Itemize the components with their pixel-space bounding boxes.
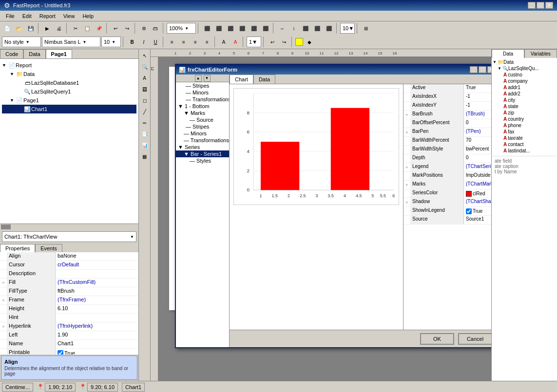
highlight-button[interactable]: A	[218, 37, 229, 47]
align-top-button[interactable]: ⬛	[237, 23, 248, 34]
redo-button[interactable]: ↪	[122, 23, 133, 34]
right-tree-taxrate[interactable]: A taxrate	[493, 135, 556, 141]
new-button[interactable]: 📄	[2, 23, 13, 34]
expand-query-icon[interactable]: ▼	[498, 66, 502, 71]
dialog-minimize-button[interactable]: _	[470, 66, 478, 73]
dlg-tree-stripes1[interactable]: — Stripes	[176, 82, 229, 89]
right-tree-addr1[interactable]: A addr1	[493, 84, 556, 91]
ok-button[interactable]: OK	[420, 333, 454, 345]
menu-help[interactable]: Help	[78, 12, 97, 20]
space-v-button[interactable]: ⬛	[312, 23, 323, 34]
width-button[interactable]: ↔	[277, 23, 288, 34]
save-button[interactable]: 💾	[25, 23, 36, 34]
hscroll-thumb[interactable]	[1, 224, 11, 229]
preview-button[interactable]: ▶	[42, 23, 53, 34]
text-align-center-button[interactable]: ≡	[178, 37, 189, 47]
right-tree-city[interactable]: A city	[493, 97, 556, 103]
height-button[interactable]: ↕	[288, 23, 299, 34]
center-page-button[interactable]: ⬛	[324, 23, 334, 34]
dlg-tree-source1[interactable]: — Source	[176, 116, 229, 123]
align-bottom-button[interactable]: ⬛	[260, 23, 271, 34]
dlg-tab-data[interactable]: Data	[253, 75, 275, 84]
text-color-button[interactable]: A	[230, 37, 241, 47]
font-size-dropdown[interactable]: 10 ▼	[101, 37, 121, 47]
expand-data-icon[interactable]: ▼	[10, 72, 16, 76]
component-selector[interactable]: Chart1: TfrxChartView ▼	[2, 231, 136, 242]
right-tree-company[interactable]: A company	[493, 78, 556, 84]
scroll-up-button[interactable]: ▲	[195, 75, 202, 82]
tab-data[interactable]: Data	[23, 49, 45, 58]
chart-editor-dialog[interactable]: 📊 frxChartEditorForm _ □ ✕	[175, 64, 491, 348]
right-tree-custno[interactable]: A custno	[493, 72, 556, 78]
picture-tool-button[interactable]: 🖼	[139, 84, 150, 94]
right-tree-data[interactable]: ▼ 📁 Data	[493, 59, 556, 65]
tree-item-report[interactable]: ▼ 📄 Report	[2, 61, 136, 70]
undo-button[interactable]: ↩	[110, 23, 121, 34]
dlg-tree-1bottom[interactable]: ▼ 1 - Bottom	[176, 103, 229, 110]
tab-page1[interactable]: Page1	[46, 49, 72, 58]
tab-code[interactable]: Code	[0, 49, 23, 58]
print-button[interactable]: 🖨	[54, 23, 64, 34]
tree-item-data[interactable]: ▼ 📁 Data	[2, 70, 136, 78]
cut-button[interactable]: ✂	[70, 23, 81, 34]
minimize-button[interactable]: _	[528, 2, 536, 9]
align-right-button[interactable]: ⬛	[225, 23, 236, 34]
right-tree-addr2[interactable]: A addr2	[493, 91, 556, 97]
copy-button[interactable]: 📋	[82, 23, 93, 34]
chart-tool-button[interactable]: 📊	[139, 140, 150, 150]
menu-edit[interactable]: Edit	[19, 12, 36, 20]
cancel-button[interactable]: Cancel	[458, 333, 491, 345]
dialog-close-button[interactable]: ✕	[487, 66, 491, 73]
printable-checkbox[interactable]	[58, 350, 63, 355]
grid-button[interactable]: ⊞	[361, 23, 371, 34]
band-tool-button[interactable]: ═	[139, 117, 150, 128]
tab-properties[interactable]: Properties	[0, 244, 35, 252]
dialog-maximize-button[interactable]: □	[479, 66, 486, 73]
right-tree-fax[interactable]: A fax	[493, 129, 556, 135]
fill-color-button[interactable]	[295, 38, 303, 46]
align-center-button[interactable]: ⬛	[213, 23, 224, 34]
report-options-button[interactable]: ⚙	[138, 23, 149, 34]
dlg-tree-styles[interactable]: — Styles	[176, 157, 229, 164]
paste-button[interactable]: 📌	[94, 23, 104, 34]
border-width-dropdown[interactable]: 1 ▼	[247, 37, 261, 47]
tab-events[interactable]: Events	[35, 244, 62, 252]
barcode-tool-button[interactable]: ▦	[139, 151, 150, 162]
select-tool-button[interactable]: ↖	[139, 50, 150, 61]
dlg-tree-minors2[interactable]: — Minors	[176, 130, 229, 137]
text-align-justify-button[interactable]: ≡	[202, 37, 212, 47]
data-button[interactable]: 🗃	[150, 23, 161, 34]
right-tree-query[interactable]: ▼ 🔍 LazSqliteQu...	[493, 65, 556, 72]
bold-button[interactable]: B	[127, 37, 137, 47]
space-h-button[interactable]: ⬛	[300, 23, 311, 34]
menu-file[interactable]: File	[2, 12, 19, 20]
shape-tool-button[interactable]: ◻	[139, 95, 150, 106]
dlg-tree-transformations1[interactable]: — Transformations	[176, 96, 229, 103]
dlg-tree-transformations2[interactable]: — Transformations	[176, 137, 229, 144]
menu-view[interactable]: View	[59, 12, 79, 20]
expand-report-icon[interactable]: ▼	[2, 63, 8, 68]
undo2-button[interactable]: ↩	[267, 37, 278, 47]
text-tool-button[interactable]: A	[139, 73, 150, 83]
tree-hscroll[interactable]	[0, 224, 138, 229]
dlg-tab-chart[interactable]: Chart	[230, 75, 253, 84]
subreport-tool-button[interactable]: 📑	[139, 129, 150, 139]
dlg-tree-minors1[interactable]: — Minors	[176, 89, 229, 96]
showinlegend-checkbox[interactable]	[466, 208, 472, 214]
right-tree-state[interactable]: A state	[493, 103, 556, 110]
dlg-tree-bar-series1[interactable]: ▼ Bar - Series1	[176, 150, 229, 157]
dlg-tree-marks[interactable]: ▼ Marks	[176, 110, 229, 116]
dlg-tree-stripes2[interactable]: — Stripes	[176, 123, 229, 130]
right-tree-zip[interactable]: A zip	[493, 110, 556, 116]
zoom-dropdown[interactable]: 100% ▼	[167, 23, 196, 34]
dlg-tree-series[interactable]: ▼ Series	[176, 144, 229, 150]
tree-item-query1[interactable]: 🔍 LazSqliteQuery1	[2, 87, 136, 96]
scroll-down-button[interactable]: ▼	[204, 75, 211, 82]
right-tab-variables[interactable]: Variables	[524, 49, 557, 58]
maximize-button[interactable]: □	[537, 2, 544, 9]
right-tab-data[interactable]: Data	[492, 49, 524, 58]
tree-item-page1[interactable]: ▼ 📄 Page1	[2, 96, 136, 105]
right-tree-phone[interactable]: A phone	[493, 122, 556, 129]
tree-item-chart1[interactable]: 📊 Chart1	[2, 105, 136, 113]
right-tree-country[interactable]: A country	[493, 116, 556, 122]
